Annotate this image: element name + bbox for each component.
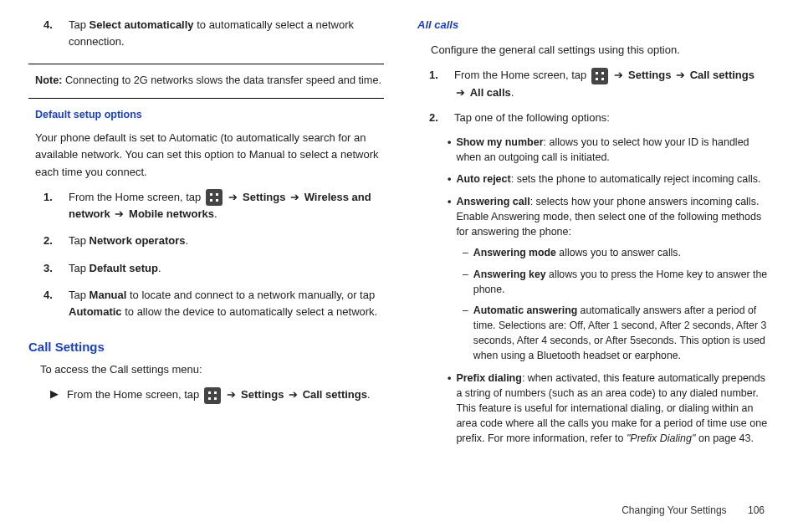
arrow-icon: ➔ bbox=[676, 69, 685, 81]
text: From the Home screen, tap bbox=[67, 388, 202, 401]
step-body: Tap Manual to locate and connect to a ne… bbox=[69, 287, 384, 320]
bullet-icon: • bbox=[448, 135, 451, 165]
page-container: 4. Tap Select automatically to automatic… bbox=[0, 0, 798, 453]
step-body: From the Home screen, tap ➔ Settings ➔ C… bbox=[67, 386, 384, 404]
text: to locate and connect to a network manua… bbox=[126, 289, 375, 301]
note-text: Connecting to 2G networks slows the data… bbox=[62, 74, 381, 86]
term: Answering call bbox=[456, 196, 529, 207]
ordinal: 4. bbox=[43, 17, 57, 50]
dash-item: – Answering key allows you to press the … bbox=[414, 268, 770, 304]
text: . bbox=[214, 207, 217, 220]
bullet-body: Show my number: allows you to select how… bbox=[456, 135, 770, 165]
text: Tap bbox=[69, 262, 90, 274]
apps-grid-icon bbox=[591, 68, 608, 84]
note: Note: Connecting to 2G networks slows th… bbox=[28, 68, 384, 95]
term: Settings bbox=[241, 388, 284, 401]
arrow-icon: ➔ bbox=[289, 388, 298, 401]
text: : sets the phone to automatically reject… bbox=[511, 173, 761, 185]
paragraph: Configure the general call settings usin… bbox=[414, 42, 770, 67]
term: Call settings bbox=[303, 388, 367, 401]
text: . bbox=[367, 388, 371, 401]
arrow-icon: ➔ bbox=[614, 69, 623, 81]
dash-body: Automatic answering automatically answer… bbox=[473, 304, 770, 363]
list-item: 4. Tap Manual to locate and connect to a… bbox=[28, 287, 384, 330]
arrow-icon: ➔ bbox=[115, 207, 124, 220]
term: Mobile networks bbox=[129, 207, 214, 220]
list-item: 1. From the Home screen, tap ➔ Settings … bbox=[28, 189, 384, 233]
term: Settings bbox=[628, 69, 671, 81]
arrow-icon: ➔ bbox=[228, 191, 238, 203]
term: Answering mode bbox=[473, 247, 556, 258]
dash-item: – Answering mode allows you to answer ca… bbox=[414, 246, 770, 268]
term: Auto reject bbox=[456, 173, 510, 185]
term: Show my number bbox=[456, 136, 543, 148]
heading-all-calls: All calls bbox=[417, 17, 770, 33]
term: Automatic bbox=[69, 305, 122, 318]
term: Select automatically bbox=[90, 18, 194, 31]
bullet-item: • Answering call: selects how your phone… bbox=[414, 194, 770, 246]
bullet-item: • Prefix dialing: when activated, this f… bbox=[414, 371, 770, 453]
step-body: Tap Default setup. bbox=[69, 260, 384, 277]
text: Tap bbox=[69, 18, 90, 31]
note-label: Note: bbox=[35, 74, 62, 86]
step-body: Tap Select automatically to automaticall… bbox=[69, 17, 384, 50]
ordinal: 3. bbox=[43, 260, 57, 277]
list-item: 3. Tap Default setup. bbox=[28, 260, 384, 287]
bullet-body: Prefix dialing: when activated, this fea… bbox=[456, 371, 770, 447]
text: . bbox=[185, 234, 188, 247]
ordinal: 2. bbox=[429, 110, 442, 126]
page-number: 106 bbox=[748, 504, 765, 516]
bullet-body: Answering call: selects how your phone a… bbox=[456, 194, 770, 239]
play-icon: ▶ bbox=[50, 386, 59, 404]
dash-icon: – bbox=[463, 304, 468, 363]
bullet-item: • Show my number: allows you to select h… bbox=[414, 135, 770, 171]
term: Automatic answering bbox=[473, 304, 577, 316]
term: Manual bbox=[90, 289, 127, 301]
term: Prefix dialing bbox=[456, 372, 522, 384]
arrow-icon: ➔ bbox=[456, 86, 465, 99]
term: Default setup bbox=[90, 262, 158, 274]
apps-grid-icon bbox=[206, 189, 223, 206]
paragraph: To access the Call settings menu: bbox=[28, 361, 384, 386]
bullet-body: Auto reject: sets the phone to automatic… bbox=[456, 171, 760, 187]
text: From the Home screen, tap bbox=[454, 69, 590, 81]
bullet-icon: • bbox=[448, 194, 451, 239]
term: Network operators bbox=[90, 234, 186, 247]
paragraph: Your phone default is set to Automatic (… bbox=[28, 130, 384, 188]
page-footer: Changing Your Settings 106 bbox=[622, 503, 765, 519]
term: Answering key bbox=[473, 269, 546, 280]
cross-reference: "Prefix Dialing" bbox=[627, 432, 696, 444]
ordinal: 1. bbox=[43, 189, 57, 223]
term: Call settings bbox=[690, 69, 755, 81]
text: on page 43. bbox=[695, 432, 754, 444]
step-body: Tap one of the following options: bbox=[454, 110, 770, 126]
bullet-icon: • bbox=[448, 171, 451, 187]
list-item: 4. Tap Select automatically to automatic… bbox=[28, 17, 384, 60]
step-body: From the Home screen, tap ➔ Settings ➔ W… bbox=[69, 189, 384, 223]
step-body: From the Home screen, tap ➔ Settings ➔ C… bbox=[454, 67, 770, 101]
term: Settings bbox=[243, 191, 285, 203]
text: to allow the device to automatically sel… bbox=[122, 305, 378, 318]
footer-section: Changing Your Settings bbox=[622, 504, 726, 516]
text: allows you to answer calls. bbox=[556, 247, 681, 258]
text: . bbox=[511, 86, 514, 99]
left-column: 4. Tap Select automatically to automatic… bbox=[28, 17, 384, 453]
ordinal: 4. bbox=[43, 287, 57, 320]
text: . bbox=[158, 262, 161, 274]
dash-body: Answering mode allows you to answer call… bbox=[473, 246, 681, 261]
heading-call-settings: Call Settings bbox=[28, 337, 384, 356]
arrow-icon: ➔ bbox=[227, 388, 236, 401]
divider bbox=[28, 64, 384, 64]
heading-default-setup: Default setup options bbox=[35, 107, 384, 123]
text: Tap bbox=[69, 234, 90, 247]
ordinal: 2. bbox=[43, 233, 57, 249]
step-body: Tap Network operators. bbox=[69, 233, 384, 249]
right-column: All calls Configure the general call set… bbox=[414, 17, 770, 453]
apps-grid-icon bbox=[204, 387, 221, 404]
dash-icon: – bbox=[463, 246, 468, 261]
text: From the Home screen, tap bbox=[69, 191, 204, 203]
arrow-icon: ➔ bbox=[290, 191, 299, 203]
arrow-list-item: ▶ From the Home screen, tap ➔ Settings ➔… bbox=[28, 386, 384, 412]
ordinal: 1. bbox=[429, 67, 442, 101]
list-item: 2. Tap one of the following options: bbox=[414, 110, 770, 135]
